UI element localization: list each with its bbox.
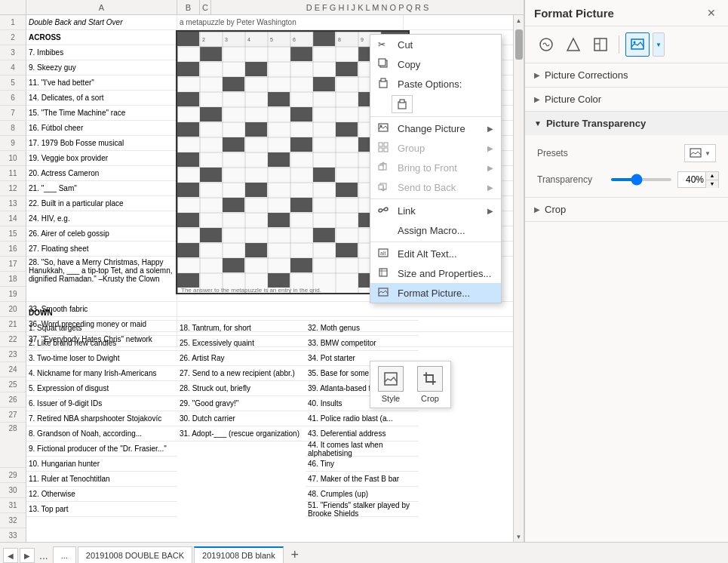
row-9: 9	[0, 136, 26, 151]
shape-icon	[566, 37, 581, 52]
tab-db-blank[interactable]: 20191008 DB blank	[194, 546, 284, 563]
down-clue-8: 8. Grandson of Noah, according...	[26, 426, 177, 441]
tab-scroll-right-btn[interactable]: ▶	[20, 548, 35, 563]
svg-rect-11	[177, 32, 199, 46]
layout-icon-btn[interactable]	[588, 32, 613, 57]
group-menu-item[interactable]: Group ▶	[370, 138, 501, 158]
row-24: 24	[0, 362, 26, 377]
send-to-back-menu-item[interactable]: Send to Back ▶	[370, 177, 501, 197]
down-clue-6: 6. Issuer of 9-digit IDs	[26, 396, 177, 411]
change-picture-arrow: ▶	[487, 125, 493, 133]
svg-rect-48	[177, 92, 199, 106]
format-picture-menu-item[interactable]: Format Picture...	[370, 283, 501, 303]
tab-dots-btn[interactable]: ...	[36, 548, 51, 563]
row-27: 27	[0, 408, 26, 423]
add-sheet-btn[interactable]: +	[287, 546, 303, 563]
svg-rect-60	[177, 152, 199, 167]
svg-rect-42	[177, 62, 199, 76]
cell-clue[interactable]: 26. Airer of celeb gossip	[26, 226, 177, 241]
svg-rect-88	[379, 59, 386, 66]
cell-a1[interactable]: Double Back and Start Over	[26, 15, 177, 29]
copy-menu-item[interactable]: Copy	[370, 54, 501, 74]
svg-rect-97	[379, 148, 382, 152]
link-menu-item[interactable]: Link ▶	[370, 201, 501, 220]
transparency-slider[interactable]	[611, 178, 671, 181]
cell-clue[interactable]: 15. "The Time Machine" race	[26, 106, 177, 120]
transparency-label: Transparency	[537, 174, 605, 185]
svg-rect-75	[313, 228, 335, 242]
cell-clue[interactable]: 7. Imbibes	[26, 45, 177, 60]
tab-ellipsis[interactable]: ...	[53, 546, 76, 563]
corrections-chevron-right-icon: ▶	[534, 71, 540, 79]
color-chevron-right-icon: ▶	[534, 95, 540, 103]
row-22: 22	[0, 332, 26, 347]
style-item[interactable]: Style	[378, 366, 404, 403]
picture-icon-btn[interactable]	[625, 32, 650, 57]
col-b-header: B	[177, 0, 200, 14]
cell-clue[interactable]: 17. 1979 Bob Fosse musical	[26, 136, 177, 150]
cell-clue[interactable]: 28. "So, have a Merry Christmas, Happy H…	[26, 257, 177, 301]
picture-corrections-label: Picture Corrections	[545, 69, 628, 81]
cut-icon: ✂	[378, 39, 392, 50]
down-clue-3: 3. Two-time loser to Dwight	[26, 351, 177, 366]
cell-clue[interactable]: 11. "I've had better"	[26, 75, 177, 90]
cell-clue[interactable]: 9. Skeezy guy	[26, 60, 177, 75]
svg-rect-74	[200, 228, 222, 242]
svg-rect-67	[336, 183, 358, 197]
picture-dropdown-btn[interactable]: ▼	[653, 32, 665, 57]
transparency-down-btn[interactable]: ▼	[706, 180, 718, 188]
svg-text:5: 5	[270, 37, 273, 42]
vertical-scrollbar[interactable]: ▲ ▼	[513, 15, 524, 542]
crop-item[interactable]: Crop	[417, 366, 443, 403]
down-clue-30: 30. Dutch carrier	[177, 411, 306, 426]
picture-transparency-header[interactable]: ▼ Picture Transparency	[525, 112, 728, 135]
presets-label: Presets	[537, 148, 684, 158]
paste-btn[interactable]	[392, 95, 413, 113]
tab-scroll-left-btn[interactable]: ◀	[3, 548, 18, 563]
effects-icon-btn[interactable]	[534, 32, 558, 57]
menu-separator-3	[370, 242, 501, 242]
transparency-up-btn[interactable]: ▲	[706, 172, 718, 180]
assign-macro-label: Assign Macro...	[398, 225, 465, 236]
link-arrow: ▶	[487, 207, 493, 215]
assign-macro-menu-item[interactable]: Assign Macro...	[370, 220, 501, 240]
dropdown-arrow-icon: ▼	[656, 42, 662, 48]
row-8: 8	[0, 121, 26, 136]
tab-double-back[interactable]: 20191008 DOUBLE BACK	[78, 546, 192, 563]
shape-icon-btn[interactable]	[561, 32, 585, 57]
row-33: 33	[0, 528, 26, 542]
scroll-down-btn[interactable]: ▼	[514, 531, 524, 542]
change-picture-menu-item[interactable]: Change Picture ▶	[370, 118, 501, 138]
size-properties-menu-item[interactable]: Size and Properties...	[370, 263, 501, 283]
picture-corrections-header[interactable]: ▶ Picture Corrections	[525, 63, 728, 87]
cell-clue[interactable]: 22. Built in a particular place	[26, 196, 177, 211]
picture-color-header[interactable]: ▶ Picture Color	[525, 88, 728, 111]
cell-clue[interactable]: 20. Actress Cameron	[26, 166, 177, 180]
row-16: 16	[0, 242, 26, 257]
presets-button[interactable]: ▼	[684, 144, 716, 162]
panel-close-button[interactable]: ✕	[704, 6, 719, 20]
cell-clue[interactable]: 21. "___ Sam"	[26, 181, 177, 195]
scroll-up-btn[interactable]: ▲	[514, 15, 524, 26]
col-c-header: C	[200, 0, 211, 14]
paste-icon	[378, 78, 392, 91]
row-12: 12	[0, 181, 26, 196]
svg-rect-58	[290, 137, 312, 152]
transparency-percent-input[interactable]: 40%	[678, 172, 705, 187]
cut-menu-item[interactable]: ✂ Cut	[370, 35, 501, 54]
cell-clue[interactable]: 14. Delicates, of a sort	[26, 91, 177, 105]
spreadsheet-area: A B C D E F G H I J K L M N O P Q R S 1 …	[0, 0, 524, 542]
bring-to-front-menu-item[interactable]: Bring to Front ▶	[370, 158, 501, 177]
picture-corrections-section: ▶ Picture Corrections	[525, 63, 728, 88]
col-d-header: D E F G H I J K L M N O P Q R S	[211, 0, 524, 14]
crop-header[interactable]: ▶ Crop	[525, 198, 728, 221]
down-clue-25: 25. Excessively quaint	[177, 336, 306, 351]
cell-clue[interactable]: 16. Fútbol cheer	[26, 121, 177, 135]
cell-clue[interactable]: 27. Floating sheet	[26, 242, 177, 256]
scroll-thumb[interactable]	[515, 29, 523, 60]
cell-clue[interactable]: 24. HIV, e.g.	[26, 211, 177, 226]
cell-clue[interactable]: 19. Veggie box provider	[26, 151, 177, 165]
edit-alt-text-menu-item[interactable]: alt Edit Alt Text...	[370, 244, 501, 263]
bottom-tabs-bar: ◀ ▶ ... ... 20191008 DOUBLE BACK 2019100…	[0, 542, 728, 563]
svg-rect-51	[200, 107, 222, 122]
